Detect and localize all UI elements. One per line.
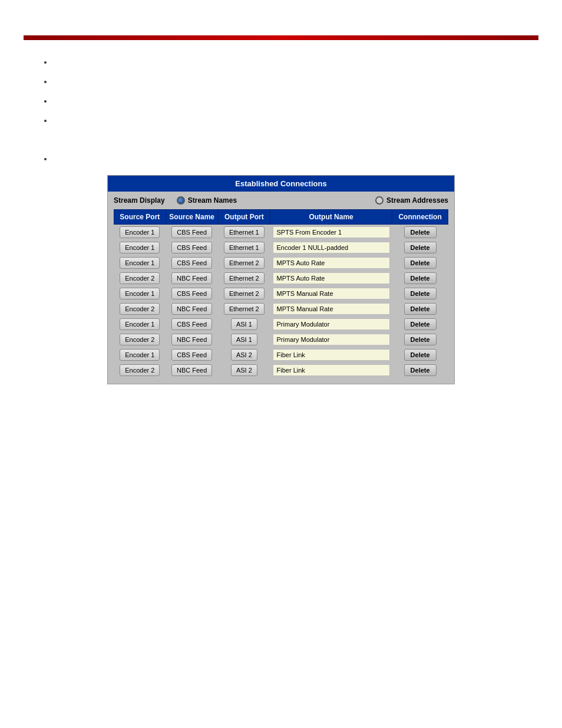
output-port-button[interactable]: ASI 1 <box>231 334 257 345</box>
output-port-cell: ASI 1 <box>218 317 270 332</box>
source-port-button[interactable]: Encoder 1 <box>120 349 160 361</box>
delete-button[interactable]: Delete <box>404 318 437 330</box>
output-name-cell: Primary Modulator <box>270 332 392 347</box>
table-row: Encoder 2NBC FeedEthernet 2MPTS Auto Rat… <box>114 271 448 286</box>
col-header-connection: Connnection <box>392 210 448 225</box>
source-name-button[interactable]: NBC Feed <box>171 364 212 376</box>
delete-button[interactable]: Delete <box>404 349 437 361</box>
output-name-cell: MPTS Manual Rate <box>270 301 392 317</box>
source-name-cell: NBC Feed <box>166 271 218 286</box>
delete-cell: Delete <box>392 347 448 363</box>
delete-button[interactable]: Delete <box>404 257 437 269</box>
source-port-button[interactable]: Encoder 2 <box>120 272 160 284</box>
output-port-button[interactable]: Ethernet 2 <box>224 288 265 299</box>
stream-addresses-option[interactable]: Stream Addresses <box>375 196 448 205</box>
output-name-value: MPTS Manual Rate <box>273 288 390 299</box>
source-port-cell: Encoder 1 <box>114 286 166 301</box>
bullet-list <box>35 58 527 163</box>
source-port-button[interactable]: Encoder 1 <box>120 318 160 330</box>
stream-addresses-label: Stream Addresses <box>386 196 448 205</box>
output-name-cell: Primary Modulator <box>270 317 392 332</box>
delete-cell: Delete <box>392 240 448 255</box>
output-name-value: Fiber Link <box>273 364 390 376</box>
bullet-item-3 <box>53 97 527 106</box>
output-name-cell: MPTS Auto Rate <box>270 255 392 271</box>
source-name-button[interactable]: NBC Feed <box>171 303 212 315</box>
output-port-cell: ASI 2 <box>218 347 270 363</box>
source-port-cell: Encoder 2 <box>114 271 166 286</box>
delete-button[interactable]: Delete <box>404 303 437 315</box>
source-port-button[interactable]: Encoder 1 <box>120 226 160 238</box>
connections-wrapper: Established Connections Stream Display S… <box>35 175 527 384</box>
output-port-button[interactable]: Ethernet 1 <box>224 226 265 238</box>
source-port-cell: Encoder 1 <box>114 225 166 241</box>
delete-cell: Delete <box>392 317 448 332</box>
source-name-cell: NBC Feed <box>166 332 218 347</box>
output-port-cell: Ethernet 2 <box>218 286 270 301</box>
source-port-button[interactable]: Encoder 1 <box>120 242 160 253</box>
source-name-button[interactable]: NBC Feed <box>171 334 212 345</box>
output-port-cell: Ethernet 1 <box>218 225 270 241</box>
source-port-button[interactable]: Encoder 1 <box>120 257 160 269</box>
stream-addresses-radio[interactable] <box>375 196 384 205</box>
source-port-cell: Encoder 2 <box>114 301 166 317</box>
source-port-button[interactable]: Encoder 2 <box>120 303 160 315</box>
output-port-button[interactable]: ASI 1 <box>231 318 257 330</box>
connections-table: Source Port Source Name Output Port Outp… <box>114 209 448 378</box>
output-port-cell: Ethernet 2 <box>218 255 270 271</box>
table-row: Encoder 1CBS FeedEthernet 2MPTS Manual R… <box>114 286 448 301</box>
bullet-item-2 <box>53 77 527 86</box>
output-port-button[interactable]: Ethernet 2 <box>224 303 265 315</box>
delete-button[interactable]: Delete <box>404 226 437 238</box>
delete-cell: Delete <box>392 225 448 241</box>
source-name-button[interactable]: CBS Feed <box>171 349 212 361</box>
output-port-button[interactable]: Ethernet 2 <box>224 272 265 284</box>
bullet-item-4 <box>53 116 527 125</box>
col-header-output-name: Output Name <box>270 210 392 225</box>
source-name-cell: CBS Feed <box>166 240 218 255</box>
delete-button[interactable]: Delete <box>404 272 437 284</box>
source-name-button[interactable]: CBS Feed <box>171 226 212 238</box>
source-name-cell: CBS Feed <box>166 225 218 241</box>
output-name-cell: Fiber Link <box>270 347 392 363</box>
source-name-button[interactable]: CBS Feed <box>171 318 212 330</box>
delete-button[interactable]: Delete <box>404 288 437 299</box>
table-row: Encoder 1CBS FeedEthernet 1Encoder 1 NUL… <box>114 240 448 255</box>
output-port-cell: Ethernet 2 <box>218 271 270 286</box>
stream-names-option[interactable]: Stream Names <box>177 196 237 205</box>
output-port-cell: ASI 1 <box>218 332 270 347</box>
source-name-button[interactable]: CBS Feed <box>171 242 212 253</box>
bullet-item-1 <box>53 58 527 67</box>
output-name-cell: SPTS From Encoder 1 <box>270 225 392 241</box>
stream-display-row: Stream Display Stream Names Stream Addre… <box>108 192 454 209</box>
delete-cell: Delete <box>392 255 448 271</box>
table-row: Encoder 1CBS FeedEthernet 2MPTS Auto Rat… <box>114 255 448 271</box>
output-name-value: MPTS Manual Rate <box>273 303 390 315</box>
output-port-button[interactable]: ASI 2 <box>231 364 257 376</box>
source-name-cell: CBS Feed <box>166 347 218 363</box>
source-name-button[interactable]: CBS Feed <box>171 257 212 269</box>
stream-names-radio[interactable] <box>177 196 185 205</box>
output-port-button[interactable]: Ethernet 1 <box>224 242 265 253</box>
output-name-value: MPTS Auto Rate <box>273 272 390 284</box>
output-port-button[interactable]: ASI 2 <box>231 349 257 361</box>
delete-button[interactable]: Delete <box>404 242 437 253</box>
table-row: Encoder 1CBS FeedASI 2Fiber LinkDelete <box>114 347 448 363</box>
table-wrapper: Source Port Source Name Output Port Outp… <box>108 209 454 384</box>
delete-button[interactable]: Delete <box>404 364 437 376</box>
stream-names-label: Stream Names <box>188 196 237 205</box>
source-name-button[interactable]: NBC Feed <box>171 272 212 284</box>
delete-button[interactable]: Delete <box>404 334 437 345</box>
output-name-value: MPTS Auto Rate <box>273 257 390 269</box>
source-port-cell: Encoder 1 <box>114 317 166 332</box>
source-name-button[interactable]: CBS Feed <box>171 288 212 299</box>
output-port-cell: ASI 2 <box>218 363 270 378</box>
source-port-button[interactable]: Encoder 1 <box>120 288 160 299</box>
table-row: Encoder 2NBC FeedASI 1Primary ModulatorD… <box>114 332 448 347</box>
output-port-button[interactable]: Ethernet 2 <box>224 257 265 269</box>
output-name-cell: Encoder 1 NULL-padded <box>270 240 392 255</box>
output-name-cell: MPTS Auto Rate <box>270 271 392 286</box>
source-port-button[interactable]: Encoder 2 <box>120 334 160 345</box>
source-port-button[interactable]: Encoder 2 <box>120 364 160 376</box>
source-port-cell: Encoder 2 <box>114 332 166 347</box>
